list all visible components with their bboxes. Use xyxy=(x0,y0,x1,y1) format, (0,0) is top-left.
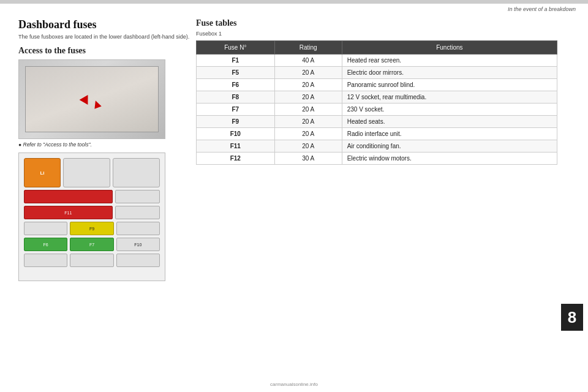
fusebox-subtitle: Fusebox 1 xyxy=(196,31,557,37)
fuse-number-cell: F11 xyxy=(197,140,275,153)
function-cell: Panoramic sunroof blind. xyxy=(342,79,557,91)
function-cell: 12 V socket, rear multimedia. xyxy=(342,91,557,104)
fuse-cell-li: Li xyxy=(24,158,61,187)
table-row: F1120 AAir conditioning fan. xyxy=(197,140,557,153)
fuse-cell-f9: F9 xyxy=(70,222,113,235)
red-arrow-2 xyxy=(92,99,101,108)
fuse-number-cell: F1 xyxy=(197,55,275,67)
top-bar xyxy=(0,0,588,4)
chapter-number: 8 xyxy=(568,308,576,327)
col-header-functions: Functions xyxy=(342,41,557,55)
fuse-cell-blank-6 xyxy=(116,222,160,235)
fuse-cell-f7: F7 xyxy=(70,238,113,251)
rating-cell: 20 A xyxy=(274,79,342,91)
access-title: Access to the fuses xyxy=(18,46,190,56)
function-cell: Electric window motors. xyxy=(342,153,557,165)
table-row: F1230 AElectric window motors. xyxy=(197,153,557,165)
red-arrow-1 xyxy=(80,92,92,105)
function-cell: Heated rear screen. xyxy=(342,55,557,67)
col-header-rating: Rating xyxy=(274,41,342,55)
col-header-fuse: Fuse N° xyxy=(197,41,275,55)
table-row: F140 AHeated rear screen. xyxy=(197,55,557,67)
fuse-box-diagram: Li F11 F9 F6 F7 xyxy=(18,153,165,281)
left-column: Dashboard fuses The fuse fusboxes are lo… xyxy=(18,18,190,281)
fuse-number-cell: F12 xyxy=(197,153,275,165)
section-title: Dashboard fuses xyxy=(18,18,190,31)
function-cell: Air conditioning fan. xyxy=(342,140,557,153)
fuse-cell-f6: F6 xyxy=(24,238,67,251)
rating-cell: 20 A xyxy=(274,116,342,128)
fuse-cell-red-wide xyxy=(24,190,113,203)
function-cell: Radio interface unit. xyxy=(342,128,557,140)
car-sketch-detail xyxy=(25,66,159,132)
fuse-table: Fuse N° Rating Functions F140 AHeated re… xyxy=(196,40,557,165)
fuse-cell-blank-4 xyxy=(115,206,160,219)
table-row: F1020 ARadio interface unit. xyxy=(197,128,557,140)
bottom-logo: carmanualsonline.info xyxy=(270,382,318,387)
table-header-row: Fuse N° Rating Functions xyxy=(197,41,557,55)
rating-cell: 20 A xyxy=(274,104,342,116)
fuse-number-cell: F6 xyxy=(197,79,275,91)
table-row: F620 APanoramic sunroof blind. xyxy=(197,79,557,91)
fuse-cell-blank-5 xyxy=(24,222,67,235)
fuse-header-label: Fuse N° xyxy=(224,44,246,51)
function-cell: 230 V socket. xyxy=(342,104,557,116)
fuse-number-cell: F5 xyxy=(197,67,275,79)
fuse-cell-blank-8 xyxy=(70,254,113,267)
car-sketch-bg xyxy=(19,60,165,138)
fuse-number-cell: F7 xyxy=(197,104,275,116)
refer-note-text: Refer to "Access to the tools". xyxy=(23,141,92,148)
fuse-number-cell: F10 xyxy=(197,128,275,140)
table-row: F720 A230 V socket. xyxy=(197,104,557,116)
fuse-cell-f11: F11 xyxy=(24,206,113,219)
fuse-cell-blank-1 xyxy=(63,158,110,187)
fuse-cell-blank-9 xyxy=(116,254,160,267)
fuse-cell-f10: F10 xyxy=(116,238,160,251)
table-row: F820 A12 V socket, rear multimedia. xyxy=(197,91,557,104)
fuse-cell-blank-2 xyxy=(113,158,160,187)
function-cell: Electric door mirrors. xyxy=(342,67,557,79)
section-subtitle: The fuse fusboxes are located in the low… xyxy=(18,34,190,40)
rating-cell: 30 A xyxy=(274,153,342,165)
rating-cell: 20 A xyxy=(274,67,342,79)
function-cell: Heated seats. xyxy=(342,116,557,128)
functions-header-label: Functions xyxy=(436,44,462,51)
refer-note: ● Refer to "Access to the tools". xyxy=(18,141,190,148)
right-column: Fuse tables Fusebox 1 Fuse N° Rating Fun… xyxy=(196,18,557,165)
rating-cell: 20 A xyxy=(274,91,342,104)
rating-header-label: Rating xyxy=(300,44,317,51)
chapter-badge: 8 xyxy=(561,304,583,331)
rating-cell: 20 A xyxy=(274,128,342,140)
car-interior-image xyxy=(18,59,165,139)
rating-cell: 40 A xyxy=(274,55,342,67)
logo-text: carmanualsonline.info xyxy=(270,382,318,387)
table-row: F920 AHeated seats. xyxy=(197,116,557,128)
rating-cell: 20 A xyxy=(274,140,342,153)
header-label: In the event of a breakdown xyxy=(508,6,576,12)
table-row: F520 AElectric door mirrors. xyxy=(197,67,557,79)
fusebox-title: Fuse tables xyxy=(196,18,557,28)
fuse-cell-blank-7 xyxy=(24,254,67,267)
header-right-text: In the event of a breakdown xyxy=(508,6,576,12)
fuse-number-cell: F9 xyxy=(197,116,275,128)
fuse-cell-blank-3 xyxy=(115,190,160,203)
fuse-number-cell: F8 xyxy=(197,91,275,104)
